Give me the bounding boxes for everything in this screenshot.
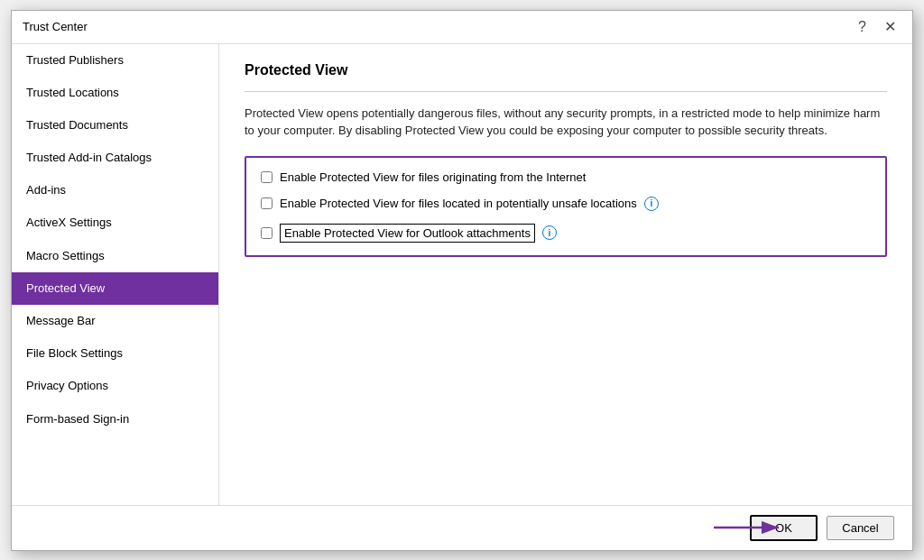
checkbox-unsafe-locations[interactable] [261, 197, 273, 209]
content-area: Protected View Protected View opens pote… [219, 44, 912, 505]
sidebar-item-privacy-options[interactable]: Privacy Options [12, 370, 218, 402]
sidebar-item-trusted-locations[interactable]: Trusted Locations [12, 77, 218, 109]
sidebar: Trusted Publishers Trusted Locations Tru… [12, 44, 219, 505]
checkbox-row-unsafe-locations: Enable Protected View for files located … [261, 197, 871, 211]
protected-view-options-group: Enable Protected View for files originat… [245, 156, 887, 257]
checkbox-internet-label: Enable Protected View for files originat… [280, 170, 586, 184]
title-bar-right: ? ✕ [853, 18, 901, 36]
sidebar-item-add-ins[interactable]: Add-ins [12, 174, 218, 207]
close-button[interactable]: ✕ [879, 18, 901, 36]
sidebar-item-message-bar[interactable]: Message Bar [12, 305, 218, 337]
arrow-annotation [714, 514, 786, 541]
cancel-button[interactable]: Cancel [827, 516, 894, 540]
sidebar-item-activex-settings[interactable]: ActiveX Settings [12, 207, 218, 239]
title-bar-left: Trust Center [23, 20, 88, 33]
sidebar-item-file-block-settings[interactable]: File Block Settings [12, 337, 218, 370]
sidebar-item-macro-settings[interactable]: Macro Settings [12, 240, 218, 272]
content-description: Protected View opens potentially dangero… [245, 105, 887, 140]
sidebar-item-trusted-publishers[interactable]: Trusted Publishers [12, 44, 218, 77]
checkbox-outlook[interactable] [261, 227, 273, 239]
checkbox-unsafe-locations-label: Enable Protected View for files located … [280, 197, 637, 210]
help-button[interactable]: ? [853, 18, 872, 36]
dialog-body: Trusted Publishers Trusted Locations Tru… [12, 44, 912, 505]
content-title: Protected View [245, 62, 887, 78]
checkbox-internet[interactable] [261, 171, 273, 183]
dialog-title: Trust Center [23, 20, 88, 33]
trust-center-dialog: Trust Center ? ✕ Trusted Publishers Trus… [11, 10, 913, 551]
checkbox-row-internet: Enable Protected View for files originat… [261, 170, 871, 184]
checkbox-outlook-label: Enable Protected View for Outlook attach… [280, 224, 535, 243]
checkbox-row-outlook: Enable Protected View for Outlook attach… [261, 224, 871, 243]
sidebar-item-form-based-sign-in[interactable]: Form-based Sign-in [12, 403, 218, 436]
info-icon-unsafe-locations[interactable]: i [644, 197, 659, 211]
info-icon-outlook[interactable]: i [542, 225, 557, 240]
sidebar-item-trusted-add-in-catalogs[interactable]: Trusted Add-in Catalogs [12, 142, 218, 174]
title-bar: Trust Center ? ✕ [12, 11, 912, 44]
sidebar-item-trusted-documents[interactable]: Trusted Documents [12, 109, 218, 142]
dialog-footer: OK Cancel [12, 505, 912, 550]
separator [245, 91, 887, 92]
arrow-icon [714, 514, 786, 541]
sidebar-item-protected-view[interactable]: Protected View [12, 272, 218, 305]
